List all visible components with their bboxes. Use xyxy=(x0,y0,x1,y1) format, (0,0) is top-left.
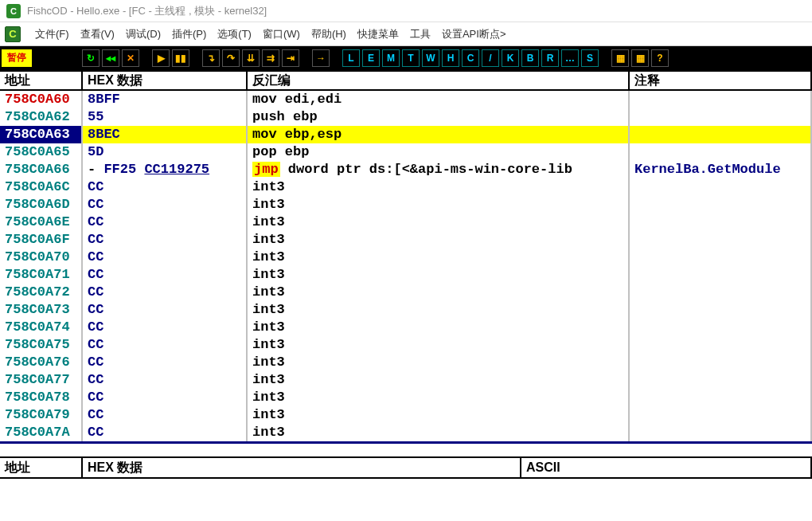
threads-window-button[interactable]: T xyxy=(402,49,420,67)
hex-cell: CC xyxy=(83,213,248,231)
disasm-cell: int3 xyxy=(248,371,630,389)
disasm-cell: int3 xyxy=(248,406,630,424)
disasm-row[interactable]: 758C0A6C CCint3 xyxy=(0,178,812,196)
disasm-row[interactable]: 758C0A6D CCint3 xyxy=(0,196,812,213)
disasm-row[interactable]: 758C0A7A CCint3 xyxy=(0,424,812,441)
header-address[interactable]: 地址 xyxy=(0,72,83,89)
disasm-row[interactable]: 758C0A71 CCint3 xyxy=(0,266,812,284)
menu-bar: C 文件(F)查看(V)调试(D)插件(P)选项(T)窗口(W)帮助(H)快捷菜… xyxy=(0,22,812,46)
hex-cell: CC xyxy=(83,371,248,389)
dump-header-row: 地址 HEX 数据 ASCII xyxy=(0,458,812,479)
address-cell: 758C0A74 xyxy=(0,319,83,336)
hex-cell: CC xyxy=(83,196,248,213)
header-disasm[interactable]: 反汇编 xyxy=(248,72,630,89)
run-button[interactable]: ▶ xyxy=(152,49,170,67)
disasm-cell: int3 xyxy=(248,336,630,354)
disassembly-view[interactable]: 地址 HEX 数据 反汇编 注释 758C0A60 8BFFmov edi,ed… xyxy=(0,70,812,444)
handles-window-button[interactable]: H xyxy=(442,49,459,67)
title-bar: C FishcOD - Hello.exe - [FC - 主线程 , 模块 -… xyxy=(0,0,812,22)
grid2-button[interactable]: ▦ xyxy=(631,49,649,67)
disasm-row[interactable]: 758C0A76 CCint3 xyxy=(0,354,812,371)
disasm-row[interactable]: 758C0A79 CCint3 xyxy=(0,406,812,424)
breakpoints-window-button[interactable]: B xyxy=(521,49,539,67)
menu-item-8[interactable]: 工具 xyxy=(410,28,431,40)
grid1-button[interactable]: ▦ xyxy=(611,49,629,67)
address-cell: 758C0A65 xyxy=(0,143,83,161)
comment-cell xyxy=(630,301,812,319)
pause-button[interactable]: ▮▮ xyxy=(172,49,189,67)
hex-cell: CC xyxy=(83,266,248,284)
hex-cell: CC xyxy=(83,319,248,336)
disasm-row[interactable]: 758C0A6E CCint3 xyxy=(0,213,812,231)
step-over-button[interactable]: ↷ xyxy=(222,49,240,67)
hex-cell: CC xyxy=(83,424,248,441)
help-toolbar-button[interactable]: ? xyxy=(651,49,669,67)
address-cell: 758C0A79 xyxy=(0,406,83,424)
windows-window-button[interactable]: W xyxy=(422,49,439,67)
disasm-row[interactable]: 758C0A70 CCint3 xyxy=(0,249,812,266)
step-into-button[interactable]: ↴ xyxy=(202,49,220,67)
goto-button[interactable]: → xyxy=(312,49,330,67)
disasm-cell: int3 xyxy=(248,389,630,406)
comment-cell xyxy=(630,108,812,126)
address-cell: 758C0A6C xyxy=(0,178,83,196)
disasm-row[interactable]: 758C0A60 8BFFmov edi,edi xyxy=(0,91,812,108)
run-trace-window-button[interactable]: … xyxy=(561,49,579,67)
menu-item-1[interactable]: 查看(V) xyxy=(80,28,115,40)
disasm-row[interactable]: 758C0A78 CCint3 xyxy=(0,389,812,406)
menu-item-9[interactable]: 设置API断点> xyxy=(442,28,506,40)
disasm-row[interactable]: 758C0A62 55push ebp xyxy=(0,108,812,126)
comment-cell xyxy=(630,266,812,284)
disasm-row[interactable]: 758C0A74 CCint3 xyxy=(0,319,812,336)
menu-item-7[interactable]: 快捷菜单 xyxy=(357,28,399,40)
disasm-cell: push ebp xyxy=(248,108,630,126)
disasm-cell: int3 xyxy=(248,266,630,284)
memory-window-button[interactable]: M xyxy=(382,49,400,67)
disasm-row[interactable]: 758C0A75 CCint3 xyxy=(0,336,812,354)
menu-app-icon[interactable]: C xyxy=(5,26,21,42)
app-icon: C xyxy=(6,4,21,18)
source-window-button[interactable]: S xyxy=(581,49,599,67)
comment-cell xyxy=(630,424,812,441)
dump-header-ascii[interactable]: ASCII xyxy=(521,458,812,477)
comment-cell: KernelBa.GetModule xyxy=(630,161,812,178)
trace-into-button[interactable]: ⇊ xyxy=(242,49,260,67)
menu-item-5[interactable]: 窗口(W) xyxy=(263,28,300,40)
log-window-button[interactable]: L xyxy=(342,49,360,67)
trace-over-button[interactable]: ⇉ xyxy=(262,49,279,67)
hex-cell: CC xyxy=(83,301,248,319)
disasm-row[interactable]: 758C0A65 5Dpop ebp xyxy=(0,143,812,161)
hex-cell: CC xyxy=(83,389,248,406)
disasm-cell: int3 xyxy=(248,196,630,213)
disasm-row[interactable]: 758C0A77 CCint3 xyxy=(0,371,812,389)
disasm-row[interactable]: 758C0A66- FF25 CC119275jmp dword ptr ds:… xyxy=(0,161,812,178)
header-hex[interactable]: HEX 数据 xyxy=(83,72,248,89)
patches-window-button[interactable]: / xyxy=(482,49,499,67)
menu-item-3[interactable]: 插件(P) xyxy=(172,28,206,40)
menu-item-0[interactable]: 文件(F) xyxy=(35,28,69,40)
menu-item-4[interactable]: 选项(T) xyxy=(217,28,252,40)
run-to-return-button[interactable]: ⇥ xyxy=(282,49,299,67)
cpu-window-button[interactable]: C xyxy=(462,49,479,67)
header-comment[interactable]: 注释 xyxy=(630,72,812,89)
address-cell: 758C0A60 xyxy=(0,91,83,108)
disasm-row[interactable]: 758C0A6F CCint3 xyxy=(0,231,812,249)
disasm-row[interactable]: 758C0A72 CCint3 xyxy=(0,284,812,301)
rewind-button[interactable]: ◂◂ xyxy=(102,49,119,67)
menu-item-6[interactable]: 帮助(H) xyxy=(311,28,346,40)
disasm-cell: int3 xyxy=(248,301,630,319)
disasm-row[interactable]: 758C0A63 8BECmov ebp,esp xyxy=(0,126,812,143)
restart-button[interactable]: ↻ xyxy=(82,49,100,67)
dump-header-address[interactable]: 地址 xyxy=(0,458,83,477)
address-cell: 758C0A73 xyxy=(0,301,83,319)
dump-header-hex[interactable]: HEX 数据 xyxy=(83,458,521,477)
close-button[interactable]: ✕ xyxy=(122,49,139,67)
modules-window-button[interactable]: E xyxy=(362,49,380,67)
address-cell: 758C0A76 xyxy=(0,354,83,371)
references-window-button[interactable]: R xyxy=(541,49,559,67)
menu-item-2[interactable]: 调试(D) xyxy=(126,28,161,40)
disasm-cell: mov ebp,esp xyxy=(248,126,630,143)
address-cell: 758C0A6D xyxy=(0,196,83,213)
callstack-window-button[interactable]: K xyxy=(502,49,519,67)
disasm-row[interactable]: 758C0A73 CCint3 xyxy=(0,301,812,319)
